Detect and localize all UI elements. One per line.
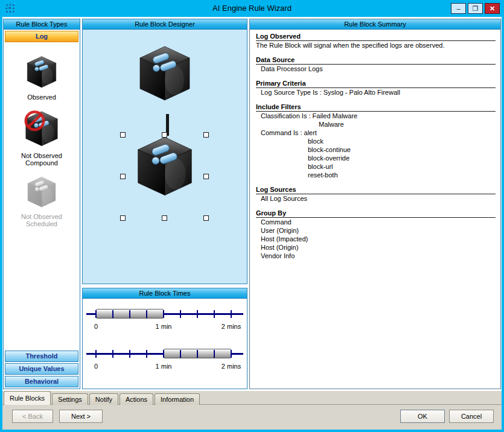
summary-line: Vendor Info	[256, 252, 496, 260]
slider-tick	[214, 310, 215, 318]
slider-tick	[163, 310, 164, 318]
summary-line: Command Is : alert	[256, 129, 496, 137]
tab-rule-blocks[interactable]: Rule Blocks	[4, 391, 51, 405]
summary-line: The Rule Block will signal when the spec…	[256, 42, 496, 49]
summary-line: block-continue	[256, 146, 496, 154]
slider-tick	[129, 310, 130, 318]
unique-values-category-button[interactable]: Unique Values	[5, 363, 78, 375]
slider-tick	[214, 350, 215, 358]
summary-sections: Log ObservedThe Rule Block will signal w…	[250, 30, 500, 389]
slider-tick	[231, 350, 232, 358]
summary-line: Data Processor Logs	[256, 65, 496, 73]
next-button[interactable]: Next >	[59, 410, 103, 423]
client-area: Rule Block Types Log Observed Not Observ…	[2, 17, 502, 430]
rule-block-types-panel: Rule Block Types Log Observed Not Observ…	[3, 19, 80, 389]
rule-block-summary-panel: Rule Block Summary Log ObservedThe Rule …	[249, 19, 501, 389]
tab-bar: Rule BlocksSettingsNotifyActionsInformat…	[4, 391, 201, 405]
slider-tick	[231, 310, 232, 318]
behavioral-category-button[interactable]: Behavioral	[5, 376, 78, 387]
summary-line: Malware	[256, 121, 496, 129]
rule-block-times-panel: Rule Block Times 01 min2 mins 01 min2 mi…	[82, 288, 247, 389]
slider-tick-label: 0	[94, 323, 98, 330]
maximize-icon: ❐	[473, 5, 479, 13]
log-category-button[interactable]: Log	[5, 31, 78, 42]
minimize-button[interactable]: –	[451, 3, 466, 14]
rule-block-designer-header: Rule Block Designer	[83, 19, 247, 30]
summary-section-heading: Log Sources	[256, 186, 496, 194]
rule-block-type-label: Observed	[27, 94, 56, 101]
rule-block-node[interactable]	[133, 43, 196, 103]
summary-line: Classification Is : Failed Malware	[256, 112, 496, 120]
summary-line: Command	[256, 218, 496, 226]
summary-line: All Log Sources	[256, 195, 496, 203]
slider-tick	[180, 310, 181, 318]
selection-handle[interactable]	[120, 174, 126, 179]
selection-handle[interactable]	[162, 132, 167, 138]
slider-tick-label: 1 min	[156, 323, 172, 330]
summary-line: block-override	[256, 154, 496, 162]
slider-tick	[146, 350, 147, 358]
tab-information[interactable]: Information	[155, 393, 200, 405]
summary-section-heading: Data Source	[256, 56, 496, 65]
cancel-button[interactable]: Cancel	[449, 410, 494, 423]
slider-tick	[197, 350, 198, 358]
selection-handle[interactable]	[120, 132, 126, 138]
slider-tick	[146, 310, 147, 318]
selection-handle[interactable]	[120, 215, 126, 221]
minimize-icon: –	[456, 5, 460, 12]
selection-handle[interactable]	[203, 132, 209, 138]
close-button[interactable]: ✕	[485, 3, 500, 14]
rule-block-time-slider[interactable]: 01 min2 mins	[83, 346, 247, 371]
summary-section-heading: Primary Criteria	[256, 80, 496, 88]
ok-button[interactable]: OK	[400, 410, 445, 423]
rule-block-type-label: Not Observed Compound	[13, 152, 70, 167]
ai-engine-rule-wizard-window: AI Engine Rule Wizard – ❐ ✕ Rule Block T…	[0, 0, 504, 432]
category-buttons: Threshold Unique Values Behavioral	[4, 349, 80, 389]
rule-block-types-header: Rule Block Types	[4, 19, 80, 30]
slider-tick	[112, 350, 113, 358]
slider-labels: 01 min2 mins	[83, 363, 247, 371]
tab-actions[interactable]: Actions	[120, 393, 153, 405]
slider-tick	[95, 310, 97, 318]
rule-block-type-not-observed-compound[interactable]: Not Observed Compound	[4, 109, 80, 167]
slider-tick	[197, 310, 198, 318]
window-title: AI Engine Rule Wizard	[0, 0, 504, 17]
observed-cube-icon	[23, 54, 60, 89]
rule-block-times-body: 01 min2 mins 01 min2 mins	[83, 299, 247, 389]
summary-line: Host (Impacted)	[256, 235, 496, 243]
slider-track-area[interactable]	[83, 306, 247, 322]
rule-block-designer-canvas[interactable]	[83, 30, 247, 284]
scheduled-cube-icon-disabled	[24, 175, 60, 209]
maximize-button[interactable]: ❐	[468, 3, 483, 14]
selection-handle[interactable]	[162, 215, 167, 221]
slider-labels: 01 min2 mins	[83, 323, 247, 331]
rule-block-type-not-observed-scheduled: Not Observed Scheduled	[4, 175, 80, 227]
threshold-category-button[interactable]: Threshold	[5, 351, 78, 362]
summary-section-heading: Include Filters	[256, 103, 496, 112]
rule-block-type-observed[interactable]: Observed	[4, 54, 80, 101]
summary-line: block	[256, 138, 496, 145]
not-observed-cube-icon	[22, 109, 62, 148]
summary-section-heading: Log Observed	[256, 33, 496, 41]
summary-line: block-url	[256, 163, 496, 171]
selection-handle[interactable]	[203, 215, 209, 221]
selection-handle[interactable]	[203, 174, 209, 179]
summary-line: Host (Origin)	[256, 244, 496, 252]
title-bar[interactable]: AI Engine Rule Wizard – ❐ ✕	[0, 0, 504, 17]
rule-block-node-selected[interactable]	[131, 133, 199, 199]
rule-block-time-slider[interactable]: 01 min2 mins	[83, 306, 247, 331]
rule-block-designer-panel: Rule Block Designer	[82, 19, 247, 284]
tab-notify[interactable]: Notify	[89, 393, 118, 405]
slider-tick	[129, 350, 130, 358]
slider-track-area[interactable]	[83, 346, 247, 361]
bottom-strip: Rule BlocksSettingsNotifyActionsInformat…	[2, 391, 502, 430]
close-icon: ✕	[490, 5, 495, 13]
slider-tick	[163, 350, 164, 358]
summary-line: reset-both	[256, 171, 496, 179]
tab-settings[interactable]: Settings	[52, 393, 88, 405]
slider-tick-label: 1 min	[156, 363, 172, 370]
window-controls: – ❐ ✕	[451, 3, 500, 14]
slider-tick	[95, 350, 97, 358]
rule-block-type-label: Not Observed Scheduled	[13, 213, 70, 227]
rule-block-times-header: Rule Block Times	[83, 288, 247, 299]
